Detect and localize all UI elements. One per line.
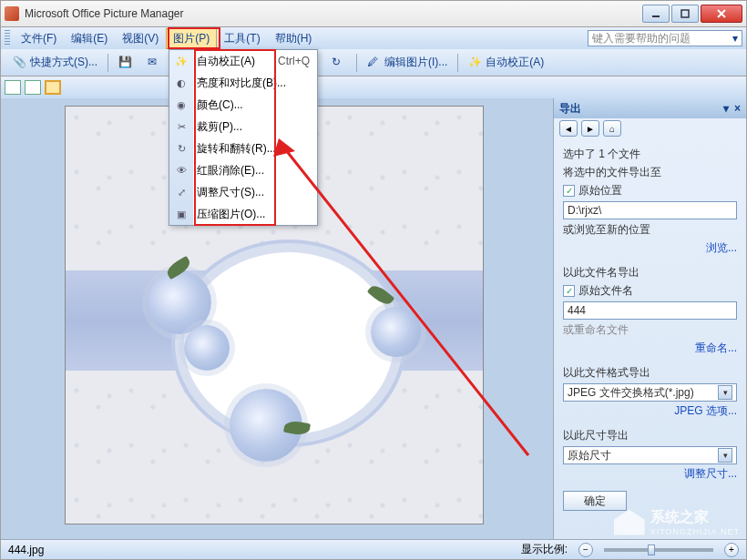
- chevron-down-icon: ▾: [718, 448, 732, 463]
- wand-icon: ✨: [468, 56, 483, 70]
- zoom-out-button[interactable]: −: [578, 543, 593, 557]
- shortcut-icon: 📎: [13, 56, 27, 70]
- close-pane-button[interactable]: ×: [734, 102, 741, 115]
- format-section-label: 以此文件格式导出: [563, 365, 737, 381]
- main-area: 导出 ▾ × ◄ ► ⌂ 选中了 1 个文件 将选中的文件导出至 ✓ 原始位置 …: [0, 98, 747, 539]
- nav-back-button[interactable]: ◄: [559, 120, 578, 137]
- color-icon: ◉: [174, 97, 189, 112]
- checkbox-icon: ✓: [563, 285, 575, 297]
- slider-thumb[interactable]: [648, 545, 655, 555]
- edit-picture-label: 编辑图片(I)...: [384, 55, 447, 70]
- auto-correct-button[interactable]: ✨ 自动校正(A): [462, 53, 550, 73]
- rotate-right-button[interactable]: ↻: [325, 53, 353, 73]
- zoom-label: 显示比例:: [521, 542, 568, 557]
- chevron-down-icon[interactable]: ▾: [723, 102, 729, 115]
- jpeg-options-link[interactable]: JPEG 选项...: [563, 403, 737, 419]
- menu-compress[interactable]: ▣ 压缩图片(O)...: [169, 203, 317, 225]
- nav-home-button[interactable]: ⌂: [603, 120, 621, 137]
- window-title: Microsoft Office Picture Manager: [25, 7, 640, 20]
- original-filename-label: 原始文件名: [578, 283, 633, 299]
- save-button[interactable]: 💾: [112, 53, 139, 73]
- original-location-label: 原始位置: [578, 183, 622, 199]
- filmstrip-view-button[interactable]: [25, 80, 41, 95]
- titlebar: Microsoft Office Picture Manager: [0, 0, 747, 27]
- resize-link[interactable]: 调整尺寸...: [563, 466, 737, 482]
- auto-correct-label: 自动校正(A): [486, 55, 544, 70]
- size-combo[interactable]: 原始尺寸 ▾: [563, 446, 737, 464]
- crop-icon: ✂: [174, 119, 189, 134]
- zoom-in-button[interactable]: +: [724, 543, 739, 557]
- wand-icon: ✨: [174, 54, 189, 68]
- menu-view[interactable]: 视图(V): [115, 28, 166, 49]
- sidebar-title: 导出: [559, 101, 581, 117]
- filename-section-label: 以此文件名导出: [563, 265, 737, 280]
- menu-edit[interactable]: 编辑(E): [64, 28, 115, 49]
- export-sidebar: 导出 ▾ × ◄ ► ⌂ 选中了 1 个文件 将选中的文件导出至 ✓ 原始位置 …: [553, 98, 746, 539]
- format-value: JPEG 文件交换格式(*.jpg): [568, 385, 694, 401]
- menu-picture[interactable]: 图片(P): [166, 28, 217, 49]
- rotate-icon: ↻: [174, 141, 189, 156]
- mail-button[interactable]: ✉: [141, 53, 169, 73]
- resize-icon: ⤢: [174, 185, 189, 199]
- path-input[interactable]: D:\rjxz\: [563, 201, 737, 219]
- compress-icon: ▣: [174, 207, 189, 221]
- thumbnail-view-button[interactable]: [5, 80, 21, 95]
- shortcut-text: Ctrl+Q: [278, 55, 310, 67]
- menu-rotate-flip[interactable]: ↻ 旋转和翻转(R)...: [169, 137, 317, 159]
- nav-forward-button[interactable]: ►: [581, 120, 599, 137]
- help-search-input[interactable]: 键入需要帮助的问题 ▾: [588, 30, 742, 46]
- format-combo[interactable]: JPEG 文件交换格式(*.jpg) ▾: [563, 383, 737, 402]
- or-browse-label: 或浏览至新的位置: [563, 222, 737, 238]
- chevron-down-icon: ▾: [732, 32, 738, 45]
- original-location-checkbox[interactable]: ✓ 原始位置: [563, 183, 737, 199]
- sidebar-nav: ◄ ► ⌂: [554, 118, 746, 138]
- zoom-slider[interactable]: [604, 548, 713, 552]
- grip-icon: [5, 30, 10, 46]
- rotate-right-icon: ↻: [332, 56, 346, 70]
- minimize-button[interactable]: [642, 5, 670, 23]
- watermark-logo-icon: [614, 510, 645, 535]
- shortcut-button[interactable]: 📎 快捷方式(S)...: [6, 53, 104, 73]
- size-section-label: 以此尺寸导出: [563, 428, 737, 443]
- filename-input[interactable]: 444: [563, 301, 737, 320]
- rename-link[interactable]: 重命名...: [563, 341, 737, 356]
- menu-crop[interactable]: ✂ 裁剪(P)...: [169, 116, 317, 137]
- maximize-button[interactable]: [671, 5, 699, 23]
- size-value: 原始尺寸: [568, 448, 611, 463]
- edit-picture-button[interactable]: 🖉 编辑图片(I)...: [361, 53, 454, 73]
- or-rename-label: 或重命名文件: [563, 322, 737, 338]
- selected-count-label: 选中了 1 个文件: [563, 147, 737, 162]
- menu-color[interactable]: ◉ 颜色(C)...: [169, 94, 317, 116]
- mail-icon: ✉: [148, 56, 162, 70]
- svg-rect-1: [681, 10, 689, 17]
- view-switcher: [0, 76, 747, 98]
- close-button[interactable]: [701, 5, 742, 23]
- browse-link[interactable]: 浏览...: [563, 240, 737, 256]
- menu-file[interactable]: 文件(F): [14, 28, 64, 49]
- chevron-down-icon: ▾: [718, 385, 732, 400]
- edit-icon: 🖉: [367, 56, 382, 70]
- watermark: 系统之家 XITONGZHIJIA.NET: [614, 508, 740, 536]
- toolbar: 📎 快捷方式(S)... 💾 ✉ 🖨 % ▾ ? ↺ ↻ 🖉 编辑图片(I)..…: [0, 49, 747, 76]
- menu-help[interactable]: 帮助(H): [268, 28, 320, 49]
- redeye-icon: 👁: [174, 163, 189, 178]
- menu-brightness-contrast[interactable]: ◐ 亮度和对比度(B)...: [169, 72, 317, 94]
- shortcut-label: 快捷方式(S)...: [30, 55, 97, 70]
- single-view-button[interactable]: [45, 80, 61, 95]
- separator: [457, 54, 458, 72]
- menu-red-eye[interactable]: 👁 红眼消除(E)...: [169, 159, 317, 181]
- menu-tools[interactable]: 工具(T): [217, 28, 267, 49]
- separator: [356, 54, 357, 72]
- menu-resize[interactable]: ⤢ 调整尺寸(S)...: [169, 181, 317, 203]
- watermark-url: XITONGZHIJIA.NET: [650, 527, 740, 536]
- save-icon: 💾: [118, 56, 133, 70]
- watermark-text: 系统之家: [650, 508, 740, 527]
- statusbar: 444.jpg 显示比例: − +: [0, 539, 747, 560]
- app-icon: [5, 6, 19, 21]
- status-filename: 444.jpg: [8, 544, 44, 556]
- menubar: 文件(F) 编辑(E) 视图(V) 图片(P) 工具(T) 帮助(H) 键入需要…: [0, 27, 747, 49]
- picture-menu-dropdown: ✨ 自动校正(A) Ctrl+Q ◐ 亮度和对比度(B)... ◉ 颜色(C).…: [169, 49, 318, 226]
- menu-auto-correct[interactable]: ✨ 自动校正(A) Ctrl+Q: [169, 50, 317, 72]
- original-filename-checkbox[interactable]: ✓ 原始文件名: [563, 283, 737, 299]
- separator: [107, 54, 108, 72]
